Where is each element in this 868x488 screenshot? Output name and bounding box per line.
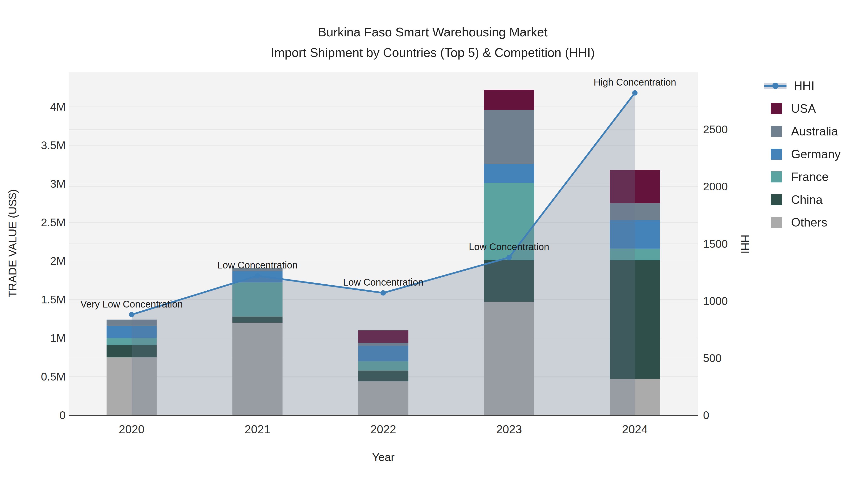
y-tick-label-right: 1500 (703, 238, 728, 250)
hhi-marker-2022[interactable] (381, 290, 386, 295)
annotation-2023: Low Concentration (469, 241, 550, 252)
y-tick-label-right: 2500 (703, 123, 728, 136)
y-tick-label-right: 0 (703, 409, 709, 422)
hhi-marker-2023[interactable] (506, 255, 512, 260)
legend-item-france[interactable]: France (771, 170, 829, 184)
y-tick-label-left: 0 (59, 409, 66, 422)
x-tick-label-2020: 2020 (119, 423, 145, 436)
annotation-2024: High Concentration (594, 77, 676, 88)
legend-item-hhi[interactable]: HHI (764, 78, 814, 93)
chart-title-line2: Import Shipment by Countries (Top 5) & C… (271, 45, 595, 60)
y-tick-label-right: 1000 (703, 295, 728, 307)
bar-segment-usa-2023[interactable] (484, 90, 534, 110)
x-tick-label-2022: 2022 (370, 423, 396, 436)
legend-item-germany[interactable]: Germany (771, 147, 841, 161)
chart-canvas: Burkina Faso Smart Warehousing Market Im… (0, 0, 868, 488)
legend-swatch-icon (771, 194, 782, 205)
legend-item-china[interactable]: China (771, 193, 823, 207)
hhi-marker-2020[interactable] (129, 312, 134, 317)
y-tick-label-left: 2.5M (41, 216, 66, 229)
bar-segment-australia-2023[interactable] (484, 110, 534, 164)
chart-title-line1: Burkina Faso Smart Warehousing Market (318, 25, 548, 39)
y-tick-label-left: 3.5M (41, 139, 66, 152)
legend: HHIUSAAustraliaGermanyFranceChinaOthers (752, 72, 866, 236)
y-tick-label-left: 4M (50, 100, 66, 113)
bar-segment-germany-2023[interactable] (484, 164, 534, 183)
legend-label: France (791, 170, 829, 184)
hhi-legend-glyph-icon (764, 80, 786, 91)
legend-label: HHI (794, 79, 814, 93)
annotation-2020: Very Low Concentration (81, 299, 183, 310)
y-tick-label-right: 500 (703, 352, 722, 364)
annotation-2022: Low Concentration (343, 277, 424, 288)
y-axis-title-left: TRADE VALUE (US$) (6, 189, 19, 297)
annotation-2021: Low Concentration (217, 260, 298, 270)
legend-swatch-icon (771, 149, 782, 160)
x-axis-title: Year (372, 451, 395, 464)
legend-swatch-icon (771, 171, 782, 183)
legend-label: USA (791, 102, 816, 116)
y-tick-label-left: 3M (50, 177, 66, 190)
legend-label: Germany (791, 147, 841, 161)
legend-item-others[interactable]: Others (771, 215, 827, 230)
y-tick-label-right: 2000 (703, 180, 728, 193)
x-tick-label-2023: 2023 (496, 423, 522, 436)
legend-item-australia[interactable]: Australia (771, 124, 838, 138)
legend-swatch-icon (771, 126, 782, 137)
hhi-marker-2024[interactable] (632, 90, 638, 95)
legend-swatch-icon (771, 217, 782, 228)
legend-item-usa[interactable]: USA (771, 101, 816, 116)
legend-swatch-icon (771, 103, 782, 114)
y-tick-label-left: 1.5M (41, 293, 66, 306)
y-axis-title-right: HHI (739, 234, 751, 254)
hhi-marker-2021[interactable] (255, 273, 260, 278)
x-tick-label-2021: 2021 (245, 423, 270, 436)
y-tick-label-left: 0.5M (41, 370, 66, 383)
x-tick-label-2024: 2024 (622, 423, 648, 436)
plot-area-svg: 00.5M1M1.5M2M2.5M3M3.5M4M050010001500200… (0, 0, 868, 488)
legend-label: China (791, 193, 823, 207)
y-tick-label-left: 2M (50, 255, 66, 267)
y-tick-label-left: 1M (50, 332, 66, 345)
legend-label: Australia (791, 124, 838, 138)
legend-label: Others (791, 216, 827, 229)
